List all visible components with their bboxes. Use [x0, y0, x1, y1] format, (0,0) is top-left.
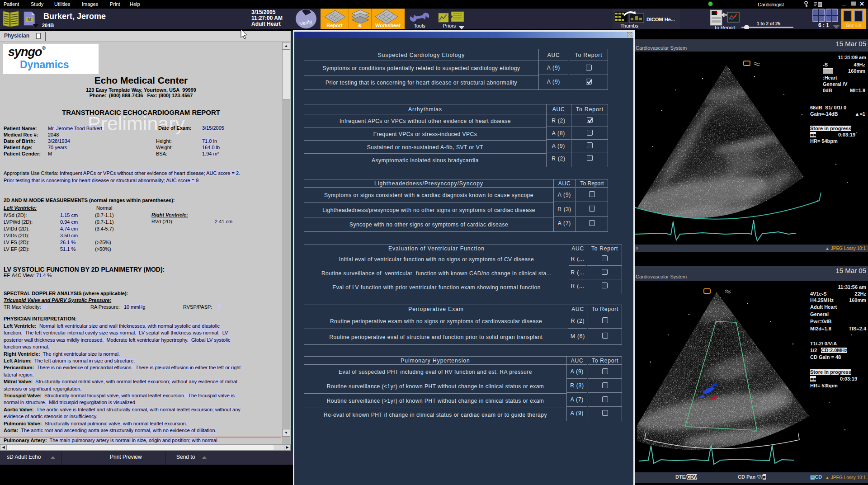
- svg-text:Verify: Verify: [299, 19, 313, 27]
- svg-text:M: M: [28, 17, 31, 22]
